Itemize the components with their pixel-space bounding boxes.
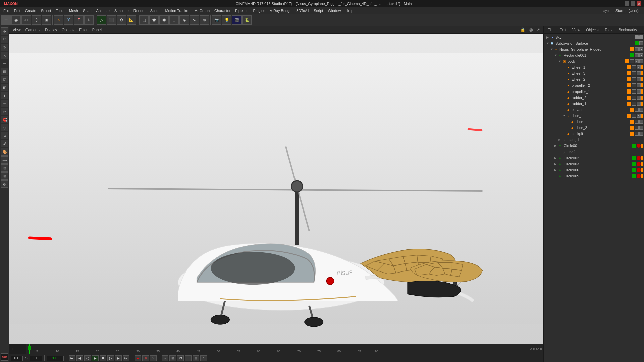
tool-camera[interactable]: 📷 [212,15,221,25]
tool-y[interactable]: Y [64,15,73,25]
tree-item-cockpit[interactable]: ▲ cockpit [544,131,644,137]
menu-3dtoall[interactable]: 3DToAll [294,8,311,13]
sidebar-brush[interactable]: 🖌 [1,140,8,147]
rtab-tags[interactable]: Tags [602,27,615,33]
tool-rotate[interactable]: ↻ [84,15,94,25]
goto-end-btn[interactable]: ⏭ [123,355,129,361]
vp-view[interactable]: View [11,27,22,32]
tool-points[interactable]: ·∷ [21,15,31,25]
tag-btn[interactable]: 🏷 [177,355,184,361]
tree-item-rudder2[interactable]: ▲ rudder_2 [544,95,644,101]
rtab-edit[interactable]: Edit [557,27,569,33]
layer-btn[interactable]: ⊟ [193,355,199,361]
sidebar-knife[interactable]: ✂ [1,108,8,115]
tree-item-wheel1[interactable]: ▲ wheel_1 ✕ [544,64,644,70]
record-help-btn[interactable]: ? [150,355,157,361]
menu-sculpt[interactable]: Sculpt [148,8,163,13]
vp-display[interactable]: Display [44,27,58,32]
tree-item-wheel3[interactable]: ▲ wheel_3 [544,70,644,76]
tree-item-circle003[interactable]: ▶ ○ Circle003 [544,161,644,167]
sidebar-paint[interactable]: 🎨 [1,148,8,156]
tool-render-view[interactable]: ⬛ [107,15,116,25]
sidebar-move[interactable]: ✛ [1,27,8,35]
menu-vray[interactable]: V-Ray Bridge [268,8,294,13]
tree-item-prop2[interactable]: ▲ propeller_2 [544,82,644,88]
maximize-button[interactable]: □ [631,1,635,6]
sidebar-smooth[interactable]: ≋ [1,132,8,139]
play-btn[interactable]: ▶ [92,355,99,361]
sidebar-snap[interactable]: ⊡ [1,164,8,172]
tool-render-settings[interactable]: ⚙ [117,15,126,25]
timeline-btn[interactable]: ≡ [200,355,207,361]
sidebar-c4d[interactable]: C4D [1,353,8,361]
sidebar-rotate[interactable]: ↻ [1,44,8,51]
stop-btn[interactable]: ⏹ [100,355,106,361]
tree-item-rect001[interactable]: ▼ ▲ Rectangle001 ✕ [544,52,644,58]
menu-help[interactable]: Help [344,8,356,13]
minimize-button[interactable]: ─ [625,1,629,6]
menu-edit[interactable]: Edit [12,8,22,13]
close-button[interactable]: ✕ [637,1,641,6]
sidebar-scale[interactable]: ⤡ [1,52,8,59]
pose-btn[interactable]: P [185,355,192,361]
tree-item-elevator[interactable]: ▲ elevator [544,107,644,113]
prev-key-btn[interactable]: ◁ [84,355,91,361]
tool-select[interactable]: × [54,15,63,25]
tool-obj2[interactable]: ⬟ [149,15,159,25]
next-frame-btn[interactable]: ▶ [115,355,122,361]
menu-select[interactable]: Select [39,8,53,13]
rtab-bookmarks[interactable]: Bookmarks [616,27,640,33]
3d-viewport[interactable]: nisus [9,34,543,344]
menu-file[interactable]: File [1,8,11,13]
key-btn[interactable]: ✦ [162,355,168,361]
sidebar-grid[interactable]: ⊞ [1,172,8,180]
tool-move[interactable]: ✛ [1,15,11,25]
vp-options[interactable]: Options [60,27,76,32]
next-key-btn[interactable]: ▷ [107,355,114,361]
menu-mesh[interactable]: Mesh [67,8,80,13]
sidebar-pen[interactable]: ✏ [1,100,8,107]
current-frame-display[interactable]: 0 F [11,356,23,361]
tool-render[interactable]: ▷ [97,15,106,25]
tool-obj3[interactable]: ⬢ [159,15,169,25]
tree-item-body[interactable]: ▼ ▣ body ✕ [544,58,644,64]
menu-pipeline[interactable]: Pipeline [233,8,250,13]
rtab-objects[interactable]: Objects [583,27,601,33]
rtab-view[interactable]: View [570,27,583,33]
menu-render[interactable]: Render [131,8,148,13]
tool-generator[interactable]: ◈ [179,15,189,25]
tree-item-subd[interactable]: ▼ ⬟ Subdivision Surface [544,40,644,46]
tree-item-circle001[interactable]: ▶ ○ Circle001 [544,143,644,149]
sidebar-poly2[interactable]: ◲ [1,76,8,83]
vp-panel[interactable]: Panel [91,27,103,32]
tool-array[interactable]: ⊕ [200,15,209,25]
tree-item-prop1[interactable]: ▲ propeller_1 [544,88,644,95]
sidebar-loop[interactable]: ◌ [1,124,8,131]
menu-character[interactable]: Character [212,8,232,13]
snap-btn[interactable]: ⊞ [169,355,176,361]
tool-python[interactable]: 🐍 [242,15,252,25]
menu-motion-tracker[interactable]: Motion Tracker [163,8,192,13]
tree-item-circle002[interactable]: ▶ ○ Circle002 [544,155,644,161]
menu-snap[interactable]: Snap [81,8,94,13]
tree-item-line2[interactable]: ╱ line2 [544,149,644,155]
tool-deformer[interactable]: ⊞ [169,15,179,25]
menu-window[interactable]: Window [326,8,343,13]
tree-item-circle006[interactable]: ▶ ○ Circle006 [544,167,644,173]
menu-animate[interactable]: Animate [94,8,112,13]
tool-light[interactable]: 💡 [222,15,231,25]
menu-script[interactable]: Script [312,8,325,13]
tree-item-door[interactable]: ▲ door [544,119,644,125]
tool-obj1[interactable]: ◫ [139,15,149,25]
record-btn[interactable]: ● [135,355,141,361]
vp-icon-solo[interactable]: ◎ [528,27,534,33]
menu-mograph[interactable]: MoGraph [192,8,212,13]
vp-cameras[interactable]: Cameras [24,27,42,32]
tool-edges[interactable]: ⬡ [32,15,41,25]
tree-item-wheel2[interactable]: ▲ wheel_2 [544,76,644,82]
menu-tools[interactable]: Tools [54,8,66,13]
sidebar-sym[interactable]: ⟺ [1,156,8,164]
frame-input[interactable]: 90 F [47,356,64,361]
goto-start-btn[interactable]: ⏮ [69,355,75,361]
tree-item-nisus[interactable]: ▼ ○ Nisus_Gyroplane_Rigged ✕ [544,46,644,52]
